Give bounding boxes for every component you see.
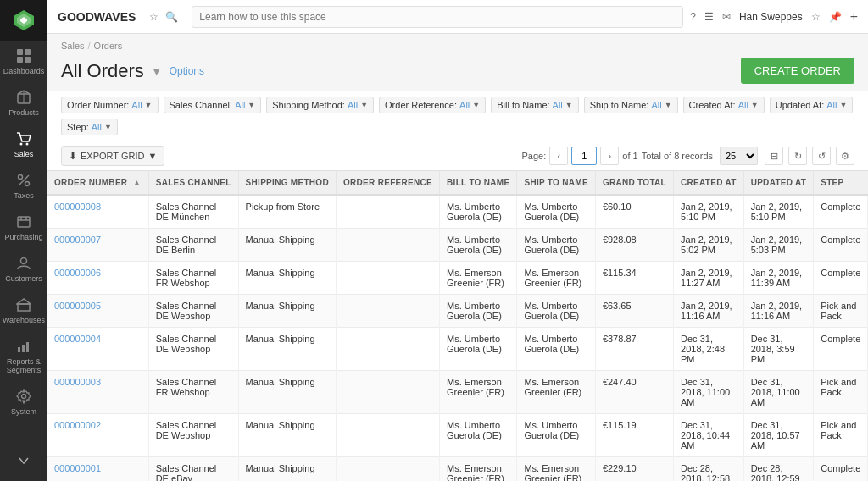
gear-icon xyxy=(15,388,32,405)
sort-icon: ▲ xyxy=(132,178,141,187)
sidebar-item-reports[interactable]: Reports & Segments xyxy=(0,331,47,381)
logo[interactable] xyxy=(0,0,47,41)
filter-shipping-method[interactable]: Shipping Method: All ▼ xyxy=(266,97,374,113)
bookmark-icon[interactable]: ☆ xyxy=(149,11,159,23)
warehouse-icon xyxy=(15,296,32,313)
toolbar: ⬇ EXPORT GRID ▼ Page: ‹ › of 1 Total of … xyxy=(47,141,868,171)
cell-created_at: Jan 2, 2019, 5:10 PM xyxy=(674,195,744,229)
content-area: Sales / Orders All Orders ▼ Options CREA… xyxy=(47,34,868,481)
cell-order_number[interactable]: 000000004 xyxy=(47,328,148,371)
col-updated-at[interactable]: UPDATED AT xyxy=(743,171,814,195)
svg-point-10 xyxy=(26,143,29,146)
sidebar-item-dashboards[interactable]: Dashboards xyxy=(0,41,47,82)
col-order-number[interactable]: ORDER NUMBER ▲ xyxy=(47,171,148,195)
help-icon[interactable]: ? xyxy=(690,11,696,23)
col-order-reference[interactable]: ORDER REFERENCE xyxy=(336,171,439,195)
page-title-row: All Orders ▼ Options xyxy=(61,60,204,82)
pin-icon[interactable]: 📌 xyxy=(829,11,842,23)
cell-updated_at: Dec 28, 2018, 12:59 PM xyxy=(743,457,814,482)
cell-order_number[interactable]: 000000005 xyxy=(47,295,148,328)
create-order-button[interactable]: CREATE ORDER xyxy=(741,58,854,84)
page-number-input[interactable] xyxy=(571,147,597,165)
cell-grand_total: €115.19 xyxy=(595,414,673,457)
cell-order_number[interactable]: 000000002 xyxy=(47,414,148,457)
sidebar-item-customers-label: Customers xyxy=(5,274,42,283)
cell-ship_to_name: Ms. Emerson Greenier (FR) xyxy=(517,457,595,482)
title-dropdown-icon[interactable]: ▼ xyxy=(151,64,163,78)
sidebar-item-sales[interactable]: Sales xyxy=(0,124,47,165)
purchase-icon xyxy=(15,213,32,230)
cell-created_at: Dec 31, 2018, 10:44 AM xyxy=(674,414,744,457)
sidebar-item-products[interactable]: Products xyxy=(0,82,47,124)
col-sales-channel[interactable]: SALES CHANNEL xyxy=(148,171,238,195)
cell-sales_channel: Sales Channel DE eBay xyxy=(148,457,238,482)
export-grid-button[interactable]: ⬇ EXPORT GRID ▼ xyxy=(61,146,164,166)
bookmark-header-icon[interactable]: ☆ xyxy=(811,11,821,23)
cell-ship_to_name: Ms. Umberto Guerola (DE) xyxy=(517,414,595,457)
col-grand-total[interactable]: GRAND TOTAL xyxy=(595,171,673,195)
menu-icon[interactable]: ☰ xyxy=(704,11,714,23)
settings-icon-button[interactable]: ⚙ xyxy=(836,147,854,165)
cell-updated_at: Dec 31, 2018, 11:00 AM xyxy=(743,371,814,414)
svg-point-9 xyxy=(20,143,23,146)
sidebar-item-warehouses[interactable]: Warehouses xyxy=(0,290,47,331)
cell-shipping_method: Manual Shipping xyxy=(238,328,336,371)
cell-shipping_method: Manual Shipping xyxy=(238,229,336,262)
cell-created_at: Dec 31, 2018, 2:48 PM xyxy=(674,328,744,371)
breadcrumb-sales[interactable]: Sales xyxy=(61,41,85,51)
breadcrumb-orders: Orders xyxy=(94,41,123,51)
col-ship-to-name[interactable]: SHIP TO NAME xyxy=(517,171,595,195)
filter-created-at[interactable]: Created At: All ▼ xyxy=(683,97,765,113)
filter-updated-at[interactable]: Updated At: All ▼ xyxy=(770,97,854,113)
svg-rect-23 xyxy=(26,342,29,352)
user-name[interactable]: Han Sweppes xyxy=(739,11,803,23)
cell-order_number[interactable]: 000000001 xyxy=(47,457,148,482)
filter-order-reference[interactable]: Order Reference: All ▼ xyxy=(379,97,486,113)
sidebar-collapse-button[interactable] xyxy=(17,447,31,474)
reload-icon-button[interactable]: ↺ xyxy=(812,147,831,165)
filter-step[interactable]: Step: All ▼ xyxy=(61,119,118,135)
cell-grand_total: €60.10 xyxy=(595,195,673,229)
col-created-at[interactable]: CREATED AT xyxy=(674,171,744,195)
sidebar-item-dashboards-label: Dashboards xyxy=(3,67,45,75)
sidebar-item-purchasing-label: Purchasing xyxy=(4,233,42,241)
per-page-select[interactable]: 25 50 100 xyxy=(720,147,758,165)
add-tab-icon[interactable]: + xyxy=(850,9,858,25)
prev-page-button[interactable]: ‹ xyxy=(549,147,568,165)
next-page-button[interactable]: › xyxy=(600,147,619,165)
col-bill-to-name[interactable]: BILL TO NAME xyxy=(440,171,517,195)
sidebar-item-customers[interactable]: Customers xyxy=(0,248,47,290)
percent-icon xyxy=(15,172,32,189)
refresh-icon-button[interactable]: ↻ xyxy=(788,147,807,165)
cell-order_number[interactable]: 000000003 xyxy=(47,371,148,414)
cell-order_number[interactable]: 000000007 xyxy=(47,229,148,262)
mail-icon[interactable]: ✉ xyxy=(722,11,731,23)
search-icon[interactable]: 🔍 xyxy=(165,11,178,23)
cell-order_number[interactable]: 000000008 xyxy=(47,195,148,229)
filter-ship-to-name[interactable]: Ship to Name: All ▼ xyxy=(584,97,678,113)
sidebar-item-reports-label: Reports & Segments xyxy=(0,357,47,374)
col-shipping-method[interactable]: SHIPPING METHOD xyxy=(238,171,336,195)
cell-step: Pick and Pack xyxy=(814,295,868,328)
sidebar-item-purchasing[interactable]: Purchasing xyxy=(0,207,47,248)
page-header: All Orders ▼ Options CREATE ORDER xyxy=(47,54,868,91)
cell-bill_to_name: Ms. Umberto Guerola (DE) xyxy=(440,295,517,328)
col-step[interactable]: STEP xyxy=(814,171,868,195)
sidebar-item-taxes[interactable]: Taxes xyxy=(0,165,47,207)
export-icon: ⬇ xyxy=(69,150,77,162)
cell-sales_channel: Sales Channel DE Webshop xyxy=(148,295,238,328)
cell-order_number[interactable]: 000000006 xyxy=(47,262,148,295)
sidebar-item-system[interactable]: System xyxy=(0,381,47,423)
cell-step: Complete xyxy=(814,262,868,295)
table-row: 000000003Sales Channel FR WebshopManual … xyxy=(47,371,868,414)
options-link[interactable]: Options xyxy=(170,65,204,77)
orders-table-wrapper: ORDER NUMBER ▲ SALES CHANNEL SHIPPING ME… xyxy=(47,171,868,481)
filter-sales-channel[interactable]: Sales Channel: All ▼ xyxy=(164,97,262,113)
search-input[interactable] xyxy=(192,6,683,28)
sidebar-item-warehouses-label: Warehouses xyxy=(3,316,45,324)
filter-bill-to-name[interactable]: Bill to Name: All ▼ xyxy=(491,97,579,113)
filter-order-number[interactable]: Order Number: All ▼ xyxy=(61,97,159,113)
pagination: Page: ‹ › of 1 Total of 8 records xyxy=(522,147,713,165)
filter-icon-button[interactable]: ⊟ xyxy=(765,147,783,165)
cell-order_reference xyxy=(336,371,439,414)
